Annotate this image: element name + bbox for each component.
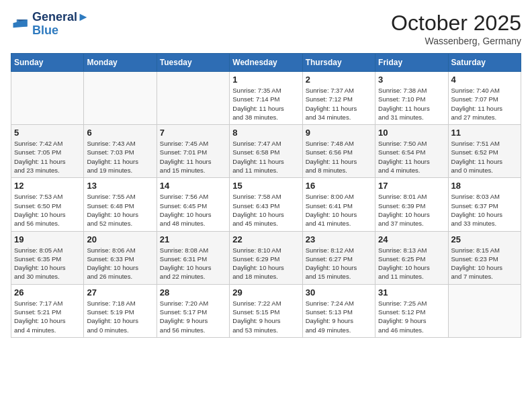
day-number: 23 xyxy=(306,234,372,244)
week-row-5: 26Sunrise: 7:17 AM Sunset: 5:21 PM Dayli… xyxy=(11,284,521,337)
day-info: Sunrise: 7:47 AM Sunset: 6:58 PM Dayligh… xyxy=(232,139,299,175)
day-number: 27 xyxy=(87,287,153,298)
day-info: Sunrise: 7:17 AM Sunset: 5:21 PM Dayligh… xyxy=(14,299,81,334)
day-info: Sunrise: 7:43 AM Sunset: 7:03 PM Dayligh… xyxy=(87,139,153,175)
title-block: October 2025 Wassenberg, Germany xyxy=(391,11,521,46)
logo-text: General► Blue xyxy=(32,11,89,38)
calendar-cell: 6Sunrise: 7:43 AM Sunset: 7:03 PM Daylig… xyxy=(84,125,157,178)
calendar-cell: 22Sunrise: 8:10 AM Sunset: 6:29 PM Dayli… xyxy=(230,231,302,284)
day-info: Sunrise: 7:40 AM Sunset: 7:07 PM Dayligh… xyxy=(451,86,518,122)
day-info: Sunrise: 8:01 AM Sunset: 6:39 PM Dayligh… xyxy=(378,192,445,228)
day-number: 17 xyxy=(378,181,445,191)
day-number: 5 xyxy=(14,128,81,138)
day-number: 12 xyxy=(14,181,81,191)
day-number: 18 xyxy=(451,181,518,191)
month-title: October 2025 xyxy=(391,11,521,36)
day-number: 13 xyxy=(87,181,153,191)
calendar-cell: 21Sunrise: 8:08 AM Sunset: 6:31 PM Dayli… xyxy=(157,231,229,284)
day-number: 6 xyxy=(87,128,153,138)
calendar-cell: 27Sunrise: 7:18 AM Sunset: 5:19 PM Dayli… xyxy=(84,284,157,337)
calendar-cell: 16Sunrise: 8:00 AM Sunset: 6:41 PM Dayli… xyxy=(302,178,375,231)
day-info: Sunrise: 8:12 AM Sunset: 6:27 PM Dayligh… xyxy=(306,246,372,281)
week-row-4: 19Sunrise: 8:05 AM Sunset: 6:35 PM Dayli… xyxy=(11,231,521,284)
week-row-1: 1Sunrise: 7:35 AM Sunset: 7:14 PM Daylig… xyxy=(11,72,521,125)
day-number: 21 xyxy=(160,234,226,244)
day-info: Sunrise: 7:56 AM Sunset: 6:45 PM Dayligh… xyxy=(160,192,226,228)
weekday-header-row: SundayMondayTuesdayWednesdayThursdayFrid… xyxy=(11,54,521,72)
day-info: Sunrise: 8:05 AM Sunset: 6:35 PM Dayligh… xyxy=(14,246,81,281)
calendar-cell: 28Sunrise: 7:20 AM Sunset: 5:17 PM Dayli… xyxy=(157,284,229,337)
calendar-cell: 15Sunrise: 7:58 AM Sunset: 6:43 PM Dayli… xyxy=(230,178,302,231)
day-number: 22 xyxy=(232,234,299,244)
day-number: 31 xyxy=(378,287,445,298)
calendar-cell: 12Sunrise: 7:53 AM Sunset: 6:50 PM Dayli… xyxy=(11,178,84,231)
calendar-cell: 14Sunrise: 7:56 AM Sunset: 6:45 PM Dayli… xyxy=(157,178,229,231)
calendar-cell: 1Sunrise: 7:35 AM Sunset: 7:14 PM Daylig… xyxy=(230,72,302,125)
day-info: Sunrise: 7:24 AM Sunset: 5:13 PM Dayligh… xyxy=(306,299,372,334)
calendar-cell xyxy=(11,72,84,125)
calendar-cell xyxy=(84,72,157,125)
day-number: 24 xyxy=(378,234,445,244)
logo-icon xyxy=(11,15,30,34)
day-info: Sunrise: 7:45 AM Sunset: 7:01 PM Dayligh… xyxy=(160,139,226,175)
day-number: 26 xyxy=(14,287,81,298)
calendar-cell xyxy=(157,72,229,125)
day-info: Sunrise: 8:08 AM Sunset: 6:31 PM Dayligh… xyxy=(160,246,226,281)
calendar-cell: 10Sunrise: 7:50 AM Sunset: 6:54 PM Dayli… xyxy=(375,125,448,178)
day-info: Sunrise: 8:13 AM Sunset: 6:25 PM Dayligh… xyxy=(378,246,445,281)
calendar-cell: 25Sunrise: 8:15 AM Sunset: 6:23 PM Dayli… xyxy=(448,231,521,284)
day-info: Sunrise: 7:35 AM Sunset: 7:14 PM Dayligh… xyxy=(232,86,299,122)
day-number: 2 xyxy=(306,75,372,85)
day-number: 25 xyxy=(451,234,518,244)
weekday-header-sunday: Sunday xyxy=(11,54,84,72)
calendar-cell: 23Sunrise: 8:12 AM Sunset: 6:27 PM Dayli… xyxy=(302,231,375,284)
day-info: Sunrise: 7:22 AM Sunset: 5:15 PM Dayligh… xyxy=(232,299,299,334)
day-number: 7 xyxy=(160,128,226,138)
day-number: 15 xyxy=(232,181,299,191)
weekday-header-tuesday: Tuesday xyxy=(157,54,229,72)
calendar-cell: 17Sunrise: 8:01 AM Sunset: 6:39 PM Dayli… xyxy=(375,178,448,231)
calendar-cell: 30Sunrise: 7:24 AM Sunset: 5:13 PM Dayli… xyxy=(302,284,375,337)
location-subtitle: Wassenberg, Germany xyxy=(391,36,521,46)
calendar-cell: 20Sunrise: 8:06 AM Sunset: 6:33 PM Dayli… xyxy=(84,231,157,284)
calendar-cell: 24Sunrise: 8:13 AM Sunset: 6:25 PM Dayli… xyxy=(375,231,448,284)
day-info: Sunrise: 8:15 AM Sunset: 6:23 PM Dayligh… xyxy=(451,246,518,281)
day-number: 8 xyxy=(232,128,299,138)
day-number: 4 xyxy=(451,75,518,85)
day-info: Sunrise: 7:42 AM Sunset: 7:05 PM Dayligh… xyxy=(14,139,81,175)
page-header: General► Blue October 2025 Wassenberg, G… xyxy=(11,11,521,46)
day-number: 11 xyxy=(451,128,518,138)
day-number: 3 xyxy=(378,75,445,85)
calendar-cell: 2Sunrise: 7:37 AM Sunset: 7:12 PM Daylig… xyxy=(302,72,375,125)
day-info: Sunrise: 7:48 AM Sunset: 6:56 PM Dayligh… xyxy=(306,139,372,175)
day-info: Sunrise: 7:18 AM Sunset: 5:19 PM Dayligh… xyxy=(87,299,153,334)
calendar-cell: 29Sunrise: 7:22 AM Sunset: 5:15 PM Dayli… xyxy=(230,284,302,337)
calendar-cell: 31Sunrise: 7:25 AM Sunset: 5:12 PM Dayli… xyxy=(375,284,448,337)
day-number: 20 xyxy=(87,234,153,244)
week-row-3: 12Sunrise: 7:53 AM Sunset: 6:50 PM Dayli… xyxy=(11,178,521,231)
calendar-cell: 18Sunrise: 8:03 AM Sunset: 6:37 PM Dayli… xyxy=(448,178,521,231)
weekday-header-saturday: Saturday xyxy=(448,54,521,72)
calendar-cell: 9Sunrise: 7:48 AM Sunset: 6:56 PM Daylig… xyxy=(302,125,375,178)
weekday-header-friday: Friday xyxy=(375,54,448,72)
day-number: 28 xyxy=(160,287,226,298)
day-info: Sunrise: 7:38 AM Sunset: 7:10 PM Dayligh… xyxy=(378,86,445,122)
weekday-header-monday: Monday xyxy=(84,54,157,72)
day-number: 10 xyxy=(378,128,445,138)
week-row-2: 5Sunrise: 7:42 AM Sunset: 7:05 PM Daylig… xyxy=(11,125,521,178)
day-number: 16 xyxy=(306,181,372,191)
calendar-cell xyxy=(448,284,521,337)
day-info: Sunrise: 7:20 AM Sunset: 5:17 PM Dayligh… xyxy=(160,299,226,334)
day-number: 9 xyxy=(306,128,372,138)
calendar-cell: 11Sunrise: 7:51 AM Sunset: 6:52 PM Dayli… xyxy=(448,125,521,178)
day-info: Sunrise: 8:00 AM Sunset: 6:41 PM Dayligh… xyxy=(306,192,372,228)
calendar-cell: 5Sunrise: 7:42 AM Sunset: 7:05 PM Daylig… xyxy=(11,125,84,178)
day-number: 19 xyxy=(14,234,81,244)
calendar-cell: 8Sunrise: 7:47 AM Sunset: 6:58 PM Daylig… xyxy=(230,125,302,178)
day-number: 1 xyxy=(232,75,299,85)
weekday-header-thursday: Thursday xyxy=(302,54,375,72)
day-number: 30 xyxy=(306,287,372,298)
day-info: Sunrise: 7:25 AM Sunset: 5:12 PM Dayligh… xyxy=(378,299,445,334)
day-info: Sunrise: 7:58 AM Sunset: 6:43 PM Dayligh… xyxy=(232,192,299,228)
calendar-cell: 7Sunrise: 7:45 AM Sunset: 7:01 PM Daylig… xyxy=(157,125,229,178)
